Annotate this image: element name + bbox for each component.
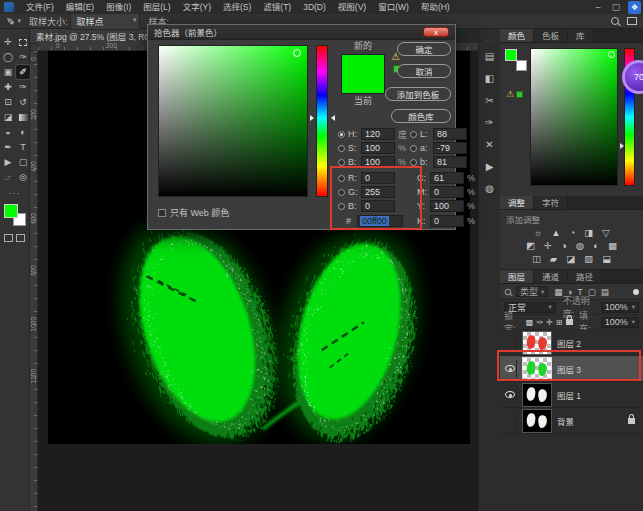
radio-r[interactable] [338,175,345,182]
layer-name[interactable]: 图层 3 [557,363,581,375]
brightness-contrast-icon[interactable]: ☼ [533,228,542,238]
gradient-tool[interactable] [16,110,30,124]
radio-h[interactable] [338,131,345,138]
extension-icon[interactable]: ❖ [628,1,641,14]
dock-icon-4[interactable]: ✑ [485,117,493,128]
levels-icon[interactable]: ▲ [551,228,560,238]
hue-arrow-left[interactable] [310,115,314,121]
filter-kind-select[interactable]: 类型 ▾ [516,286,548,297]
hue-slider-arrow[interactable] [620,143,624,149]
layer-name[interactable]: 背景 [557,415,574,427]
background-color-swatch[interactable] [516,60,527,71]
lock-all-icon[interactable] [566,319,572,325]
maximize-button[interactable]: ▢ [610,2,622,12]
menu-window[interactable]: 窗口(W) [372,0,415,14]
filter-toggle-icon[interactable] [633,289,639,295]
sample-size-select[interactable]: 取样点 ▾ [70,13,140,30]
tab-color[interactable]: 颜色 [500,29,534,42]
visibility-toggle[interactable] [503,334,517,352]
menu-view[interactable]: 视图(V) [332,0,372,14]
eraser-tool[interactable]: ◪ [1,110,15,124]
layer-row-3[interactable]: 图层 3 [500,356,643,382]
foreground-color-swatch[interactable] [4,204,18,218]
radio-b-lab[interactable] [410,159,417,166]
dodge-tool[interactable]: ◐ [16,125,30,139]
dock-icon-2[interactable]: ◧ [485,73,494,84]
menu-help[interactable]: 帮助(H) [415,0,456,14]
web-colors-only-checkbox[interactable]: 只有 Web 颜色 [158,206,229,219]
layer-row-background[interactable]: 背景 [500,408,643,434]
move-tool[interactable]: ✛ [1,35,15,49]
menu-select[interactable]: 选择(S) [217,0,257,14]
layer-thumbnail[interactable] [522,383,552,407]
c-input[interactable]: 61 [430,172,464,184]
healing-brush-tool[interactable]: ✚ [1,80,15,94]
menu-3d[interactable]: 3D(D) [297,0,332,14]
menu-file[interactable]: 文件(F) [20,0,60,14]
r-input[interactable]: 0 [361,172,395,184]
quick-selection-tool[interactable]: ✑ [16,50,30,64]
layer-thumbnail[interactable] [522,357,552,381]
visibility-toggle[interactable] [503,360,517,378]
filter-smart-object-icon[interactable]: ▤ [601,287,609,297]
exposure-icon[interactable]: ◨ [584,228,593,238]
layer-thumbnail[interactable] [522,331,552,355]
photo-filter-icon[interactable]: ◍ [576,241,584,251]
curves-icon[interactable]: ◔ [570,228,576,238]
a-input[interactable]: -79 [433,142,467,154]
history-brush-tool[interactable]: ↺ [16,95,30,109]
y-input[interactable]: 100 [430,200,464,212]
opacity-value[interactable]: 100% ▾ [601,302,639,313]
brush-tool[interactable]: ✑ [16,80,30,94]
type-tool[interactable]: T [16,140,30,154]
m-input[interactable]: 0 [430,186,464,198]
s-input[interactable]: 100 [361,142,395,154]
lasso-tool[interactable]: ◯ [1,50,15,64]
color-balance-icon[interactable]: ✛ [544,241,552,251]
crop-tool[interactable]: ▣ [1,65,15,79]
ok-button[interactable]: 确定 [397,42,451,56]
radio-b2[interactable] [338,203,345,210]
color-libraries-button[interactable]: 颜色库 [391,109,451,123]
workspace-icon[interactable] [627,17,637,25]
b-input[interactable]: 100 [361,156,395,168]
clone-stamp-tool[interactable]: ⊡ [1,95,15,109]
hue-arrow-right[interactable] [331,115,335,121]
tab-layers[interactable]: 图层 [500,270,534,283]
layer-name[interactable]: 图层 1 [557,389,581,401]
k-input[interactable]: 0 [430,215,464,227]
eyedropper-tool[interactable]: ✐ [16,65,30,79]
visibility-toggle[interactable] [503,386,517,404]
visibility-toggle[interactable] [503,412,517,430]
tab-paths[interactable]: 路径 [568,270,602,283]
black-white-icon[interactable]: ◑ [561,241,567,251]
layer-thumbnail[interactable] [522,409,552,433]
tab-channels[interactable]: 通道 [534,270,568,283]
marquee-tool[interactable] [16,35,30,49]
dock-icon-1[interactable]: ▤ [485,51,494,62]
search-icon[interactable] [611,17,619,25]
filter-pixel-layers-icon[interactable]: ▦ [554,287,562,297]
dock-icon-6[interactable]: ▶ [486,161,494,172]
shape-tool[interactable]: ▢ [16,155,30,169]
radio-g[interactable] [338,189,345,196]
radio-s[interactable] [338,145,345,152]
radio-b[interactable] [338,159,345,166]
cancel-button[interactable]: 取消 [397,64,451,78]
vibrance-icon[interactable]: ▽ [602,228,609,238]
fill-value[interactable]: 100% ▾ [601,317,639,328]
radio-a[interactable] [410,145,417,152]
tab-adjustments[interactable]: 调整 [500,196,534,209]
menu-type[interactable]: 文字(Y) [177,0,217,14]
color-gradient-field[interactable] [530,48,618,186]
dock-icon-3[interactable]: ✂ [485,95,493,106]
menu-layer[interactable]: 图层(L) [137,0,176,14]
hand-tool[interactable]: ☞ [1,170,15,184]
menu-edit[interactable]: 编辑(E) [60,0,100,14]
add-to-swatches-button[interactable]: 添加到色板 [385,87,451,101]
zoom-tool[interactable]: ◎ [16,170,30,184]
b2-input[interactable]: 0 [361,200,395,212]
hex-input[interactable]: 00ff00 [357,215,403,227]
lock-position-icon[interactable]: ✛ [546,318,553,327]
web-safe-cube-icon[interactable] [516,91,523,98]
